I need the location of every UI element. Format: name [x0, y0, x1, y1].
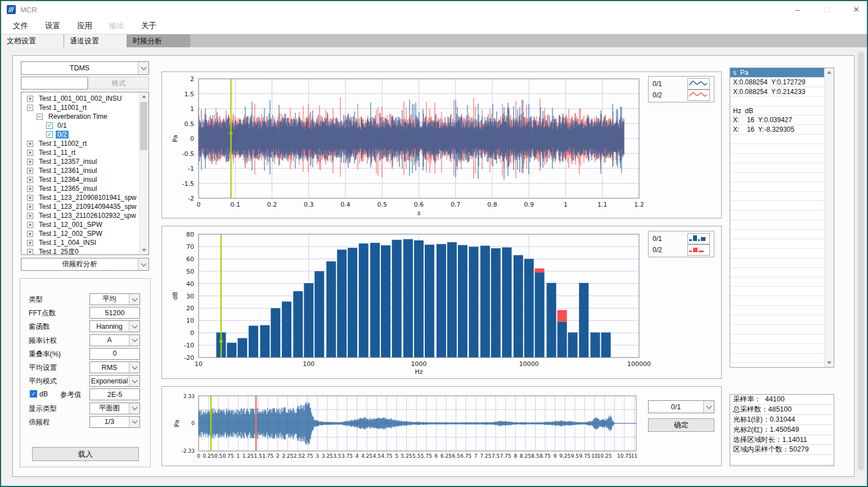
tree-item[interactable]: +Test 1_12_002_SPW — [23, 229, 139, 238]
menu-item-settings[interactable]: 设置 — [37, 19, 69, 33]
overview-waveform-svg[interactable]: 2.330-2.3300.250.50.7511.251.51.7522.252… — [162, 387, 721, 466]
time-waveform-svg[interactable]: 21.510.50-0.5-1-1.5-200.10.20.30.40.50.6… — [162, 72, 721, 218]
readout-row[interactable]: X:0.088254 Y:0.214233 — [730, 87, 825, 97]
main-scrollbar-thumb[interactable] — [858, 52, 864, 470]
octave-spectrum-svg[interactable]: 80706050403020100-10-2010100100010000100… — [162, 226, 721, 378]
readout-row-empty[interactable] — [730, 334, 825, 344]
green-cursor[interactable] — [221, 234, 222, 358]
tab-channel-settings[interactable]: 通道设置 — [64, 34, 127, 47]
main-scrollbar[interactable] — [857, 51, 865, 472]
readout-row-empty[interactable] — [730, 192, 825, 202]
scroll-up-icon[interactable] — [825, 68, 834, 77]
readout-row-empty[interactable] — [730, 230, 825, 239]
tree-item[interactable]: +Test 1_25度0 — [23, 247, 139, 255]
file-tree[interactable]: +Test 1_001_001_002_INSU−Test 1_11001_rt… — [21, 92, 149, 255]
expand-icon[interactable]: + — [27, 195, 33, 201]
readout-row-empty[interactable] — [730, 211, 825, 220]
confirm-button[interactable]: 确定 — [648, 418, 714, 432]
readout-scrollbar[interactable] — [824, 68, 834, 367]
scroll-down-icon[interactable] — [825, 359, 834, 367]
expand-icon[interactable]: + — [27, 141, 33, 147]
expand-icon[interactable]: + — [27, 186, 33, 192]
readout-row-empty[interactable] — [730, 144, 825, 154]
green-cursor[interactable] — [210, 396, 212, 451]
chevron-down-icon[interactable] — [129, 417, 140, 427]
readout-row-empty[interactable] — [730, 249, 825, 258]
db-checkbox[interactable]: ✓ — [30, 390, 37, 397]
filter-input[interactable] — [21, 77, 88, 90]
readout-row-empty[interactable] — [730, 268, 825, 278]
chevron-down-icon[interactable] — [129, 335, 140, 346]
readout-row-empty[interactable] — [730, 306, 825, 315]
expand-icon[interactable]: + — [27, 240, 33, 246]
time-waveform-chart[interactable]: 21.510.50-0.5-1-1.5-200.10.20.30.40.50.6… — [161, 72, 722, 218]
collapse-icon[interactable]: − — [37, 114, 43, 120]
channel-select[interactable]: 0/1 — [648, 400, 714, 413]
tree-item[interactable]: +Test 1_1_004_INSI — [23, 238, 139, 247]
readout-row[interactable] — [730, 97, 825, 106]
display-type-select[interactable]: 平面图 — [89, 403, 140, 414]
tree-checkbox[interactable]: ✓ — [46, 122, 53, 129]
tree-checkbox[interactable]: ✓ — [46, 131, 53, 138]
readout-row-empty[interactable] — [730, 287, 825, 296]
cursor-readout-list[interactable]: s PaX:0.088254 Y:0.172729X:0.088254 Y:0.… — [730, 68, 834, 368]
tree-item[interactable]: +Test 1_12364_insul — [23, 175, 139, 184]
readout-row-empty[interactable] — [730, 344, 825, 354]
chevron-down-icon[interactable] — [129, 321, 140, 332]
octave-spectrum-chart[interactable]: 80706050403020100-10-2010100100010000100… — [161, 226, 722, 379]
expand-icon[interactable]: + — [27, 249, 33, 255]
average-setting-select[interactable]: RMS — [89, 361, 140, 373]
tree-item[interactable]: ✓0/2 — [23, 130, 139, 139]
menu-item-about[interactable]: 关于 — [133, 19, 165, 33]
minimize-icon[interactable]: – — [793, 5, 803, 14]
type-select[interactable]: 平均 — [89, 293, 140, 305]
tree-item[interactable]: +Test 1_12365_insul — [23, 184, 139, 193]
readout-row-empty[interactable] — [730, 296, 825, 306]
readout-row-empty[interactable] — [730, 163, 825, 173]
readout-row[interactable]: X: 16 Y:0.039427 — [730, 115, 825, 125]
analysis-type-select[interactable]: 倍频程分析 — [21, 258, 149, 271]
expand-icon[interactable]: + — [27, 231, 33, 237]
readout-row-empty[interactable] — [730, 182, 825, 192]
readout-row-empty[interactable] — [730, 354, 825, 363]
chevron-down-icon[interactable] — [129, 376, 140, 386]
overview-waveform-chart[interactable]: 2.330-2.3300.250.50.7511.251.51.7522.252… — [161, 386, 722, 466]
readout-row[interactable]: s Pa — [730, 68, 825, 78]
tree-item[interactable]: +Test 1_12357_insul — [23, 157, 139, 166]
tree-item[interactable]: ✓0/1 — [23, 121, 139, 130]
close-icon[interactable]: ✕ — [851, 5, 861, 14]
expand-icon[interactable]: + — [27, 204, 33, 210]
expand-icon[interactable]: + — [27, 96, 33, 102]
reference-value-input[interactable] — [89, 388, 140, 400]
average-mode-select[interactable]: Exponential — [89, 375, 140, 387]
readout-row-empty[interactable] — [730, 278, 825, 287]
octave-select[interactable]: 1/3 — [89, 416, 140, 428]
readout-row-empty[interactable] — [730, 325, 825, 334]
chevron-down-icon[interactable] — [138, 258, 149, 270]
green-cursor[interactable] — [230, 79, 231, 198]
tree-item[interactable]: +Test 1_123_211026102932_spw — [23, 211, 139, 220]
frequency-weighting-select[interactable]: A — [89, 334, 140, 346]
tab-time-frequency-analysis[interactable]: 时频分析 — [127, 34, 190, 47]
line-series-icon[interactable] — [687, 90, 710, 101]
tree-scrollbar[interactable] — [139, 92, 149, 254]
readout-row-empty[interactable] — [730, 135, 825, 144]
menu-item-file[interactable]: 文件 — [5, 19, 37, 33]
expand-icon[interactable]: + — [27, 150, 33, 156]
readout-row-empty[interactable] — [730, 154, 825, 163]
overlap-input[interactable] — [89, 348, 140, 360]
chevron-down-icon[interactable] — [703, 401, 714, 413]
tree-item[interactable]: −Test 1_11001_rt — [23, 103, 139, 112]
expand-icon[interactable]: + — [27, 177, 33, 183]
readout-row-empty[interactable] — [730, 258, 825, 268]
tab-document-settings[interactable]: 文档设置 — [1, 34, 64, 47]
format-button[interactable]: 格式 — [88, 77, 149, 90]
line-series-icon[interactable] — [687, 78, 710, 90]
readout-row-empty[interactable] — [730, 239, 825, 249]
tree-item[interactable]: +Test 1_12361_insul — [23, 166, 139, 175]
expand-icon[interactable]: + — [27, 213, 33, 219]
collapse-icon[interactable]: − — [27, 105, 33, 111]
menu-item-apply[interactable]: 应用 — [69, 19, 101, 33]
tree-item[interactable]: +Test 1_12_001_SPW — [23, 220, 139, 229]
bar-series-icon[interactable] — [687, 233, 710, 244]
